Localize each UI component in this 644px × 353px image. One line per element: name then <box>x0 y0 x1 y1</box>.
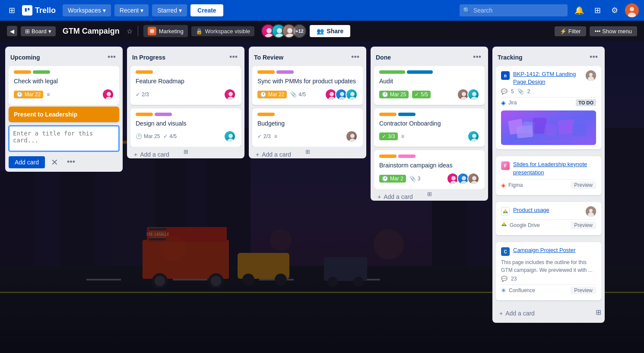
label-orange <box>136 113 153 116</box>
search-input[interactable] <box>460 4 568 16</box>
star-button[interactable]: ☆ <box>127 27 133 35</box>
grid-menu-button[interactable]: ⊞ <box>5 4 19 17</box>
clock-icon: 🕐 <box>260 91 266 98</box>
create-button[interactable]: Create <box>190 4 223 16</box>
list-menu-to-review[interactable]: ••• <box>349 52 361 63</box>
tracking-footer: + Add a card ⊞ <box>496 306 601 319</box>
tracking-card-bkp1412[interactable]: B BKP-1412: GTM Landing Page Design 💬 5 … <box>496 66 601 149</box>
jira-icon: B <box>501 71 510 80</box>
list-menu-tracking[interactable]: ••• <box>588 52 600 63</box>
clock-icon: 🕐 <box>136 133 142 139</box>
card-feature-roadmap[interactable]: Feature Roadmap ✓ 2/3 <box>130 66 241 105</box>
preview-button-figma[interactable]: Preview <box>571 181 596 189</box>
sidebar-toggle-button[interactable]: ◀ <box>7 26 17 36</box>
tracking-source-gdrive: Google Drive Preview <box>501 219 596 231</box>
svg-point-82 <box>450 181 457 185</box>
tracking-card-description: This page includes the outline for this … <box>501 258 596 274</box>
svg-point-90 <box>589 73 593 76</box>
trello-logo[interactable]: Trello <box>22 5 56 16</box>
list-title-tracking: Tracking <box>498 54 523 61</box>
card-title: Design and visuals <box>136 120 236 128</box>
card-sync-pmms[interactable]: Sync with PMMs for product updates 🕐 Mar… <box>252 66 363 105</box>
card-avatars <box>325 88 358 101</box>
add-card-more-button[interactable]: ••• <box>64 157 78 167</box>
workspace-icon: M <box>148 27 156 35</box>
card-avatar-3 <box>346 88 358 101</box>
card-check-legal[interactable]: Check with legal 🕐 Mar 22 ≡ <box>9 66 119 105</box>
clock-icon: 🕐 <box>382 91 388 98</box>
label-green <box>33 70 50 74</box>
add-card-template-button-in-progress[interactable]: ⊞ <box>130 148 241 155</box>
list-header-done: Done ••• <box>374 50 485 66</box>
check-icon: ✓ <box>136 91 140 98</box>
tracking-card-header: F Slides for Leadership keynote presenta… <box>501 161 596 176</box>
card-labels <box>379 154 479 158</box>
preview-button-confluence[interactable]: Preview <box>571 287 596 294</box>
board-title: GTM Campaign <box>63 27 120 36</box>
desc-icon: ≡ <box>47 91 50 98</box>
list-cards-done: Audit 🕐 Mar 25 ✓ 5/5 <box>374 66 485 189</box>
card-labels <box>257 70 358 74</box>
label-orange <box>379 154 397 158</box>
card-title: Budgeting <box>257 120 358 128</box>
add-card-button-tracking[interactable]: + Add a card <box>496 307 596 319</box>
card-labels <box>379 70 479 74</box>
confluence-icon: C <box>501 247 510 256</box>
card-audit[interactable]: Audit 🕐 Mar 25 ✓ 5/5 <box>374 66 485 105</box>
card-contractor-onboarding[interactable]: Contractor Onboarding ✓ 3/3 ≡ <box>374 108 485 147</box>
card-budgeting[interactable]: Budgeting ✓ 2/3 ≡ <box>252 108 363 147</box>
filter-button[interactable]: ⚡ Filter <box>555 26 586 36</box>
add-card-template-button-to-review[interactable]: ⊞ <box>252 148 363 155</box>
board-icon: ⊞ <box>25 28 30 35</box>
add-card-template-button-done[interactable]: ⊞ <box>374 191 485 197</box>
apps-button[interactable]: ⊞ <box>591 4 604 17</box>
card-labels <box>14 70 114 74</box>
visibility-badge[interactable]: 🔒 Workspace visible <box>191 26 255 36</box>
add-card-template-tracking[interactable]: ⊞ <box>596 308 601 316</box>
list-cards-tracking: B BKP-1412: GTM Landing Page Design 💬 5 … <box>496 66 601 304</box>
tracking-card-campaign-poster[interactable]: C Campaign Project Poster This page incl… <box>496 242 601 300</box>
tracking-source-confluence: ✳ Confluence Preview <box>501 284 596 296</box>
starred-button[interactable]: Starred ▾ <box>152 4 187 16</box>
user-avatar[interactable] <box>625 3 639 17</box>
tracking-card-slides[interactable]: F Slides for Leadership keynote presenta… <box>496 156 601 195</box>
board-view-button[interactable]: ⊞ Board ▾ <box>21 26 56 36</box>
list-menu-upcoming[interactable]: ••• <box>106 52 117 63</box>
tracking-card-image <box>501 110 596 145</box>
add-card-submit-button[interactable]: Add card <box>9 156 45 168</box>
lists-area: Upcoming ••• Check with legal 🕐 Mar 22 <box>0 41 644 353</box>
preview-button-gdrive[interactable]: Preview <box>571 221 596 229</box>
svg-text:B: B <box>504 74 507 78</box>
add-card-cancel-button[interactable]: ✕ <box>48 156 61 168</box>
notifications-button[interactable]: 🔔 <box>571 4 587 17</box>
svg-point-7 <box>266 28 272 33</box>
settings-button[interactable]: ⚙ <box>608 4 622 17</box>
svg-point-71 <box>350 92 355 96</box>
list-menu-in-progress[interactable]: ••• <box>228 52 239 63</box>
workspace-badge[interactable]: M Marketing <box>143 25 188 37</box>
due-date-badge: 🕐 Mar 2 <box>379 175 406 183</box>
list-menu-done[interactable]: ••• <box>471 52 483 63</box>
due-date-badge: 🕐 Mar 22 <box>257 91 287 98</box>
card-labels <box>136 70 236 74</box>
card-title-input[interactable] <box>9 126 119 151</box>
card-brainstorm[interactable]: Brainstorm campaign ideas 🕐 Mar 2 📎 3 <box>374 150 485 189</box>
tracking-card-header: B BKP-1412: GTM Landing Page Design <box>501 70 596 86</box>
share-button[interactable]: 👥 Share <box>310 25 350 37</box>
card-title: Brainstorm campaign ideas <box>379 161 479 170</box>
svg-point-3 <box>630 7 634 11</box>
attach-icon: 📎 <box>517 88 524 95</box>
present-leadership-card[interactable]: Present to Leadership <box>9 107 119 122</box>
recent-button[interactable]: Recent ▾ <box>114 4 149 16</box>
show-menu-button[interactable]: ••• Show menu <box>590 26 637 36</box>
tracking-card-product-usage[interactable]: Product usage Google Drive Preview <box>496 202 601 235</box>
workspaces-button[interactable]: Workspaces ▾ <box>63 4 111 16</box>
svg-point-85 <box>472 176 476 180</box>
card-design-visuals[interactable]: Design and visuals 🕐 Mar 25 ✓ 4/5 <box>130 108 241 147</box>
member-count-badge[interactable]: +12 <box>292 24 306 38</box>
svg-point-74 <box>349 139 356 142</box>
jira-source-icon: ◈ <box>501 99 506 106</box>
checklist-badge: ✓ 2/3 <box>257 133 271 139</box>
svg-point-79 <box>472 134 476 138</box>
card-meta: ✓ 2/3 <box>136 88 236 101</box>
